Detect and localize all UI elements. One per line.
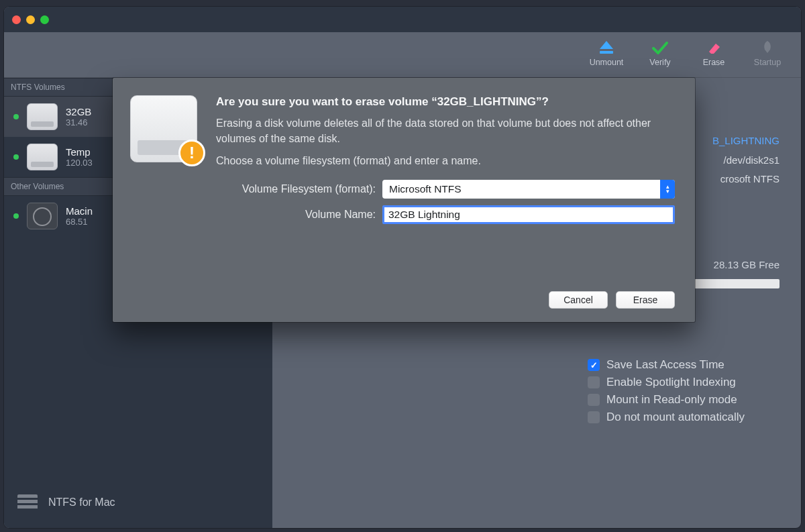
drive-icon bbox=[27, 103, 58, 130]
close-icon[interactable] bbox=[12, 15, 21, 24]
rocket-icon bbox=[757, 39, 777, 56]
app-icon bbox=[17, 494, 38, 511]
info-volume-name: B_LIGHTNING bbox=[712, 131, 780, 151]
volume-name-input[interactable]: 32GB Lightning bbox=[382, 205, 675, 224]
traffic-lights bbox=[12, 15, 49, 24]
svg-rect-0 bbox=[600, 51, 613, 54]
verify-button[interactable]: Verify bbox=[640, 39, 680, 67]
zoom-icon[interactable] bbox=[40, 15, 49, 24]
option-spotlight[interactable]: Enable Spotlight Indexing bbox=[588, 376, 745, 389]
option-save-access-time[interactable]: Save Last Access Time bbox=[588, 358, 745, 372]
toolbar-label: Startup bbox=[754, 58, 781, 67]
option-label: Do not mount automatically bbox=[606, 411, 745, 424]
volume-name: Macin bbox=[66, 205, 93, 217]
volume-info: B_LIGHTNING /dev/disk2s1 crosoft NTFS bbox=[712, 131, 780, 189]
checkbox-icon[interactable] bbox=[588, 394, 600, 406]
option-label: Save Last Access Time bbox=[606, 358, 724, 372]
dialog-text: Choose a volume filesystem (format) and … bbox=[216, 153, 675, 168]
checkbox-icon[interactable] bbox=[588, 359, 600, 371]
name-label: Volume Name: bbox=[216, 209, 382, 221]
volume-sub: 31.46 bbox=[66, 117, 91, 127]
toolbar-label: Verify bbox=[649, 58, 670, 67]
checkbox-icon[interactable] bbox=[588, 376, 600, 388]
button-label: Erase bbox=[633, 295, 658, 305]
app-name: NTFS for Mac bbox=[48, 496, 115, 509]
check-icon bbox=[650, 39, 670, 56]
option-readonly[interactable]: Mount in Read-only mode bbox=[588, 393, 745, 407]
dialog-icon: ! bbox=[130, 95, 204, 162]
option-label: Mount in Read-only mode bbox=[606, 393, 737, 407]
dialog-title: Are you sure you want to erase volume “3… bbox=[216, 95, 675, 109]
capacity-bar bbox=[690, 279, 780, 288]
toolbar-label: Unmount bbox=[590, 58, 624, 67]
select-value: Microsoft NTFS bbox=[389, 183, 462, 195]
drive-icon bbox=[27, 144, 58, 170]
volume-name: 32GB bbox=[66, 106, 91, 117]
erase-button[interactable]: Erase bbox=[694, 39, 734, 67]
cancel-button[interactable]: Cancel bbox=[549, 291, 608, 309]
erase-dialog: ! Are you sure you want to erase volume … bbox=[113, 78, 695, 322]
status-dot-icon bbox=[13, 213, 19, 219]
format-label: Volume Filesystem (format): bbox=[216, 183, 382, 195]
eject-icon bbox=[596, 39, 616, 56]
format-select[interactable]: Microsoft NTFS bbox=[382, 180, 675, 199]
capacity-free: 28.13 GB Free bbox=[714, 259, 780, 270]
checkbox-icon[interactable] bbox=[588, 411, 600, 423]
startup-button: Startup bbox=[747, 39, 788, 67]
harddisk-icon bbox=[27, 203, 58, 229]
dialog-text: Erasing a disk volume deletes all of the… bbox=[216, 115, 675, 146]
chevron-updown-icon[interactable] bbox=[660, 180, 675, 199]
erase-confirm-button[interactable]: Erase bbox=[616, 291, 675, 309]
status-dot-icon bbox=[13, 114, 19, 119]
eraser-icon bbox=[704, 39, 724, 56]
mount-options: Save Last Access Time Enable Spotlight I… bbox=[588, 358, 745, 424]
titlebar[interactable] bbox=[4, 7, 801, 32]
button-label: Cancel bbox=[564, 295, 593, 305]
volume-sub: 120.03 bbox=[66, 158, 93, 168]
toolbar-label: Erase bbox=[703, 58, 725, 67]
unmount-button[interactable]: Unmount bbox=[586, 39, 627, 67]
volume-name: Temp bbox=[66, 146, 93, 158]
sidebar-footer: NTFS for Mac bbox=[4, 482, 272, 528]
info-device-path: /dev/disk2s1 bbox=[712, 151, 780, 170]
minimize-icon[interactable] bbox=[26, 15, 35, 24]
volume-sub: 68.51 bbox=[66, 217, 93, 227]
option-label: Enable Spotlight Indexing bbox=[606, 376, 736, 389]
toolbar: Unmount Verify Erase Startup bbox=[4, 32, 801, 78]
info-filesystem: crosoft NTFS bbox=[712, 170, 780, 189]
option-no-automount[interactable]: Do not mount automatically bbox=[588, 411, 745, 424]
warning-badge-icon: ! bbox=[178, 140, 205, 166]
status-dot-icon bbox=[13, 154, 19, 160]
input-value: 32GB Lightning bbox=[388, 209, 460, 221]
